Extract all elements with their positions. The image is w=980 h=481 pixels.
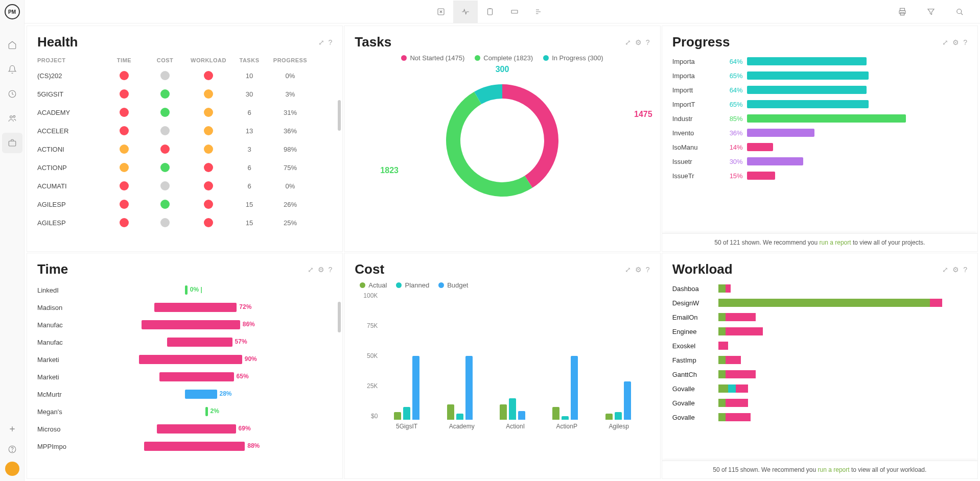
help-icon[interactable]: ? bbox=[963, 266, 967, 274]
time-row[interactable]: Megan's2% bbox=[37, 403, 332, 420]
scrollbar[interactable] bbox=[338, 100, 341, 131]
cost-bar-group[interactable] bbox=[394, 356, 419, 420]
filter-icon[interactable] bbox=[919, 1, 943, 23]
time-status-dot bbox=[120, 163, 129, 172]
cost-bar-group[interactable] bbox=[447, 356, 473, 420]
expand-icon[interactable]: ⤢ bbox=[308, 266, 314, 274]
nav-briefcase-icon[interactable] bbox=[2, 133, 22, 153]
tab-overview-icon[interactable] bbox=[429, 1, 453, 23]
gear-icon[interactable]: ⚙ bbox=[952, 266, 959, 274]
progress-row[interactable]: IssueTr15% bbox=[672, 169, 967, 183]
health-row[interactable]: AGILESP1525% bbox=[37, 213, 332, 232]
health-panel: Health ⤢? PROJECTTIMECOSTWORKLOADTASKSPR… bbox=[27, 26, 343, 252]
app-logo[interactable]: PM bbox=[5, 4, 20, 19]
run-report-link[interactable]: run a report bbox=[820, 239, 851, 246]
gear-icon[interactable]: ⚙ bbox=[318, 266, 324, 274]
workload-row[interactable]: FastImp bbox=[672, 353, 967, 367]
time-row[interactable]: Microso69% bbox=[37, 420, 332, 438]
nav-bell-icon[interactable] bbox=[2, 59, 22, 80]
time-row[interactable]: Marketi65% bbox=[37, 368, 332, 386]
time-row[interactable]: Madison72% bbox=[37, 299, 332, 316]
donut-label-top: 300 bbox=[496, 65, 509, 74]
tab-clipboard-icon[interactable] bbox=[478, 1, 502, 23]
help-icon[interactable]: ? bbox=[646, 266, 650, 274]
time-row[interactable]: LinkedI0% | bbox=[37, 281, 332, 299]
cost-bar-group[interactable] bbox=[605, 381, 631, 420]
svg-point-12 bbox=[957, 9, 962, 13]
tab-card-icon[interactable] bbox=[502, 1, 527, 23]
time-row[interactable]: Manufac86% bbox=[37, 316, 332, 333]
workload-row[interactable]: Exoskel bbox=[672, 339, 967, 353]
tab-pulse-icon[interactable] bbox=[453, 1, 478, 23]
health-row[interactable]: AGILESP1526% bbox=[37, 195, 332, 213]
time-row[interactable]: McMurtr28% bbox=[37, 386, 332, 403]
help-icon[interactable]: ? bbox=[963, 38, 967, 46]
workload-row[interactable]: Govalle bbox=[672, 381, 967, 396]
nav-help-icon[interactable] bbox=[2, 439, 22, 460]
nav-clock-icon[interactable] bbox=[2, 84, 22, 104]
workload-status-dot bbox=[204, 181, 213, 190]
progress-row[interactable]: Importa65% bbox=[672, 68, 967, 83]
workload-row[interactable]: DesignW bbox=[672, 296, 967, 310]
progress-row[interactable]: Importa64% bbox=[672, 54, 967, 68]
nav-users-icon[interactable] bbox=[2, 108, 22, 129]
progress-row[interactable]: IsoManu14% bbox=[672, 140, 967, 154]
run-report-link[interactable]: run a report bbox=[818, 466, 850, 473]
expand-icon[interactable]: ⤢ bbox=[625, 266, 631, 274]
progress-row[interactable]: Industr85% bbox=[672, 111, 967, 126]
health-title: Health bbox=[37, 34, 78, 50]
health-row[interactable]: (CS)202100% bbox=[37, 66, 332, 85]
tab-timeline-icon[interactable] bbox=[527, 1, 551, 23]
time-status-dot bbox=[120, 108, 129, 117]
help-icon[interactable]: ? bbox=[329, 38, 333, 46]
time-status-dot bbox=[120, 71, 129, 80]
health-row[interactable]: ACADEMY631% bbox=[37, 103, 332, 122]
expand-icon[interactable]: ⤢ bbox=[625, 38, 631, 46]
progress-row[interactable]: Importt64% bbox=[672, 83, 967, 97]
workload-row[interactable]: Enginee bbox=[672, 324, 967, 339]
time-status-dot bbox=[120, 200, 129, 209]
help-icon[interactable]: ? bbox=[329, 266, 333, 274]
health-row[interactable]: ACCELER1336% bbox=[37, 122, 332, 140]
nav-home-icon[interactable] bbox=[2, 35, 22, 55]
progress-row[interactable]: Issuetr30% bbox=[672, 154, 967, 169]
legend-item[interactable]: Planned bbox=[396, 281, 429, 289]
cost-bar-group[interactable] bbox=[552, 356, 578, 420]
legend-item[interactable]: Actual bbox=[360, 281, 387, 289]
help-icon[interactable]: ? bbox=[646, 38, 650, 46]
nav-add-button[interactable] bbox=[2, 419, 22, 439]
print-icon[interactable] bbox=[890, 1, 915, 23]
user-avatar[interactable] bbox=[5, 462, 19, 476]
expand-icon[interactable]: ⤢ bbox=[942, 266, 948, 274]
workload-row[interactable]: EmailOn bbox=[672, 310, 967, 324]
workload-row[interactable]: Dashboa bbox=[672, 281, 967, 296]
time-row[interactable]: MPPImpo88% bbox=[37, 438, 332, 455]
scrollbar[interactable] bbox=[338, 302, 341, 332]
health-row[interactable]: ACTIONP675% bbox=[37, 158, 332, 177]
time-row[interactable]: Marketi90% bbox=[37, 351, 332, 368]
legend-item[interactable]: Budget bbox=[438, 281, 468, 289]
gear-icon[interactable]: ⚙ bbox=[952, 38, 959, 46]
gear-icon[interactable]: ⚙ bbox=[635, 38, 642, 46]
svg-point-5 bbox=[12, 451, 12, 451]
expand-icon[interactable]: ⤢ bbox=[318, 38, 324, 46]
legend-item[interactable]: Not Started (1475) bbox=[401, 54, 464, 62]
progress-row[interactable]: ImportT65% bbox=[672, 97, 967, 111]
time-row[interactable]: Manufac57% bbox=[37, 333, 332, 351]
search-icon[interactable] bbox=[947, 1, 972, 23]
workload-title: Workload bbox=[672, 261, 733, 277]
health-row[interactable]: ACTIONI398% bbox=[37, 140, 332, 158]
gear-icon[interactable]: ⚙ bbox=[635, 266, 642, 274]
cost-status-dot bbox=[160, 71, 170, 80]
legend-item[interactable]: Complete (1823) bbox=[475, 54, 533, 62]
health-row[interactable]: 5GIGSIT303% bbox=[37, 85, 332, 103]
expand-icon[interactable]: ⤢ bbox=[942, 38, 948, 46]
cost-bar-group[interactable] bbox=[500, 398, 525, 420]
health-row[interactable]: ACUMATI60% bbox=[37, 177, 332, 195]
progress-row[interactable]: Invento36% bbox=[672, 126, 967, 140]
workload-row[interactable]: Govalle bbox=[672, 410, 967, 424]
cost-status-dot bbox=[160, 200, 170, 209]
workload-row[interactable]: GanttCh bbox=[672, 367, 967, 381]
workload-row[interactable]: Govalle bbox=[672, 396, 967, 410]
legend-item[interactable]: In Progress (300) bbox=[543, 54, 603, 62]
